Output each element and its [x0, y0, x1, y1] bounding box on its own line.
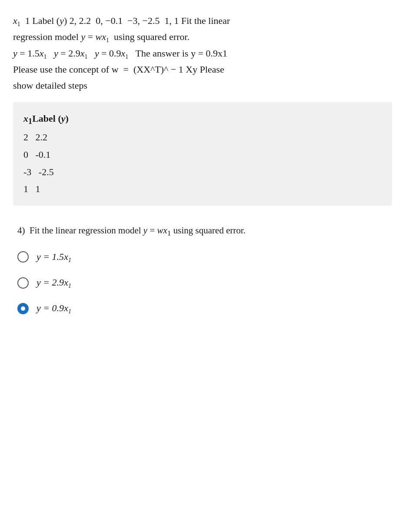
question-prompt: x1 1 Label (y) 2, 2.2 0, −0.1 −3, −2.5 1…	[9, 13, 396, 93]
radio-button-1[interactable]	[17, 251, 29, 263]
prompt-line2: regression model y = wx1 using squared e…	[13, 31, 189, 42]
answer-option-1[interactable]: y = 1.5x1	[17, 249, 388, 266]
prompt-line4: Please use the concept of w = (XX^T)^ − …	[13, 64, 224, 75]
prompt-line5: show detailed steps	[13, 80, 87, 91]
radio-inner-dot	[21, 306, 25, 311]
prompt-line3: y = 1.5x1 y = 2.9x1 y = 0.9x1 The answer…	[13, 48, 227, 59]
table-row: 2 2.2	[23, 129, 382, 146]
table-row: 1 1	[23, 180, 382, 198]
option-label-2: y = 2.9x1	[37, 274, 71, 291]
question-number-text: 4) Fit the linear regression model y = w…	[17, 223, 388, 240]
answer-option-2[interactable]: y = 2.9x1	[17, 274, 388, 291]
table-row: 0 -0.1	[23, 146, 382, 163]
table-header: x1Label (y)	[23, 110, 382, 129]
table-row: -3 -2.5	[23, 163, 382, 181]
question-section: 4) Fit the linear regression model y = w…	[9, 219, 396, 330]
data-table: x1Label (y) 2 2.2 0 -0.1 -3 -2.5 1 1	[13, 102, 392, 206]
option-label-3: y = 0.9x1	[37, 300, 71, 317]
radio-button-2[interactable]	[17, 277, 29, 289]
radio-button-3[interactable]	[17, 303, 29, 314]
answer-option-3[interactable]: y = 0.9x1	[17, 300, 388, 317]
prompt-line1: x1 1 Label (y) 2, 2.2 0, −0.1 −3, −2.5 1…	[13, 15, 230, 26]
option-label-1: y = 1.5x1	[37, 249, 71, 266]
